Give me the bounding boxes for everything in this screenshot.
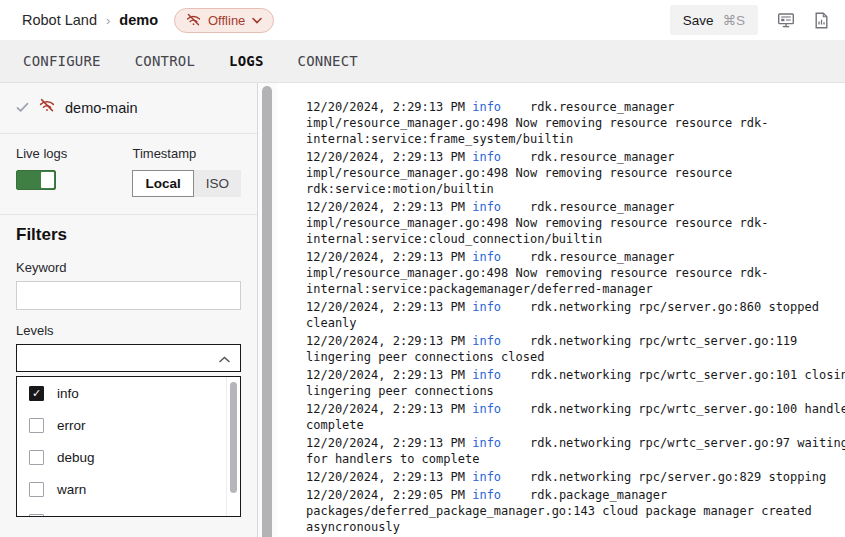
machine-part-name: demo-main [65,100,138,116]
dropdown-divider [226,377,227,516]
checkbox[interactable]: ✓ [29,386,44,401]
log-controls: Live logs Timestamp LocalISO [0,134,257,215]
tab-bar: CONFIGURECONTROLLOGSCONNECT [0,40,845,83]
save-shortcut: ⌘S [722,12,745,28]
chevron-down-icon [252,17,262,24]
log-entry: 12/20/2024, 2:29:13 PM info rdk.resource… [306,99,845,147]
live-logs-label: Live logs [16,146,132,161]
tab-connect[interactable]: CONNECT [298,53,358,69]
log-entry: 12/20/2024, 2:29:13 PM info rdk.networki… [306,401,845,433]
log-entry: 12/20/2024, 2:29:13 PM info rdk.resource… [306,149,845,197]
levels-label: Levels [16,323,241,338]
machine-part-row[interactable]: demo-main [0,83,257,134]
top-header: Robot Land › demo Offline [0,0,845,40]
tab-control[interactable]: CONTROL [135,53,195,69]
log-entry: 12/20/2024, 2:29:13 PM info rdk.networki… [306,469,845,485]
log-entry: 12/20/2024, 2:29:05 PM info rdk.package_… [306,487,845,535]
log-file-icon[interactable] [814,12,829,29]
level-option[interactable] [17,505,240,517]
dropdown-scrollbar[interactable] [230,382,237,493]
checkbox[interactable] [29,514,44,518]
level-option-error[interactable]: error [17,409,240,441]
check-icon [16,99,29,117]
toggle-knob [41,172,54,188]
status-badge-label: Offline [208,13,245,28]
level-option-label: warn [57,482,86,497]
level-option-debug[interactable]: debug [17,441,240,473]
breadcrumb: Robot Land › demo [22,12,158,28]
log-entry: 12/20/2024, 2:29:13 PM info rdk.networki… [306,367,845,399]
breadcrumb-org[interactable]: Robot Land [22,12,97,28]
log-entry: 12/20/2024, 2:29:13 PM info rdk.resource… [306,249,845,297]
wifi-off-icon [39,98,55,117]
timestamp-option-local[interactable]: Local [132,170,193,197]
tab-logs[interactable]: LOGS [229,53,264,69]
log-entry: 12/20/2024, 2:29:13 PM info rdk.networki… [306,435,845,467]
keyword-input[interactable] [16,281,241,310]
keyword-label: Keyword [16,260,241,275]
save-button-label: Save [683,13,714,28]
tab-configure[interactable]: CONFIGURE [23,53,101,69]
log-list: 12/20/2024, 2:29:13 PM info rdk.resource… [306,99,845,535]
level-option-info[interactable]: ✓info [17,377,240,409]
levels-select[interactable] [16,344,241,372]
timestamp-label: Timestamp [132,146,241,161]
level-option-label: debug [57,450,95,465]
logs-sidebar: demo-main Live logs Timestamp LocalISO F… [0,83,258,537]
breadcrumb-separator: › [106,13,110,28]
level-option-warn[interactable]: warn [17,473,240,505]
breadcrumb-machine[interactable]: demo [119,12,158,28]
wifi-off-icon [186,13,201,27]
machine-display-icon[interactable] [777,12,795,29]
log-scrollbar-thumb[interactable] [262,86,272,537]
checkbox[interactable] [29,482,44,497]
level-option-label: error [57,418,86,433]
log-scrollbar-track [258,83,277,537]
checkbox[interactable] [29,418,44,433]
log-entry: 12/20/2024, 2:29:13 PM info rdk.resource… [306,199,845,247]
levels-dropdown: ✓infoerrordebugwarn [16,376,241,517]
log-entry: 12/20/2024, 2:29:13 PM info rdk.networki… [306,299,845,331]
timestamp-option-iso[interactable]: ISO [194,170,241,197]
save-button[interactable]: Save ⌘S [670,5,758,35]
app-window: Robot Land › demo Offline [0,0,845,537]
main-content: demo-main Live logs Timestamp LocalISO F… [0,83,845,537]
status-badge[interactable]: Offline [174,8,274,33]
timestamp-segmented-control: LocalISO [132,170,241,197]
level-option-label: info [57,386,79,401]
log-entry: 12/20/2024, 2:29:13 PM info rdk.networki… [306,333,845,365]
checkbox[interactable] [29,450,44,465]
live-logs-toggle[interactable] [16,170,56,190]
chevron-up-icon [219,349,230,367]
filters-title: Filters [16,225,241,245]
log-panel: 12/20/2024, 2:29:13 PM info rdk.resource… [277,83,845,537]
filters-section: Filters Keyword Levels ✓infoerrordebugwa… [0,215,257,517]
